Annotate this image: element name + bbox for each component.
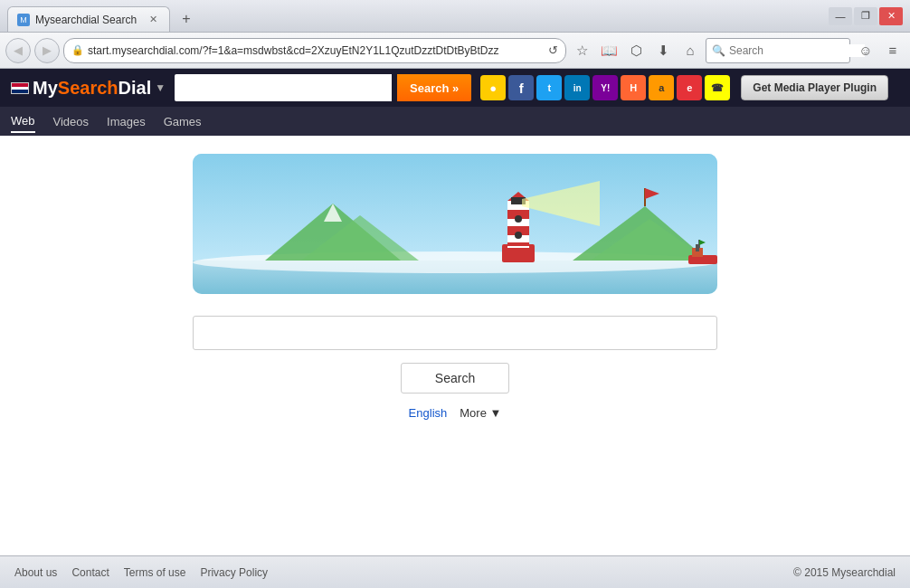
address-bar[interactable]: 🔒 start.mysearchdial.com/?f=1&a=msdwbst&… [63, 38, 566, 63]
social-icon-facebook[interactable]: f [508, 75, 534, 100]
get-plugin-button[interactable]: Get Media Player Plugin [741, 75, 888, 100]
svg-rect-24 [696, 244, 699, 251]
social-icon-amazon[interactable]: a [649, 75, 674, 100]
nav-search-input[interactable] [729, 44, 865, 57]
footer-contact-link[interactable]: Contact [71, 566, 109, 579]
footer: About us Contact Terms of use Privacy Po… [0, 555, 910, 588]
maximize-button[interactable]: ❐ [854, 7, 877, 25]
svg-point-19 [515, 232, 522, 239]
profile-icon[interactable]: ☺ [854, 39, 877, 62]
more-languages-button[interactable]: More ▼ [460, 406, 501, 420]
menu-icon[interactable]: ≡ [881, 39, 905, 62]
footer-copyright: © 2015 Mysearchdial [793, 566, 896, 579]
social-icon-yahoo[interactable]: Y! [592, 75, 618, 100]
address-lock-icon: 🔒 [71, 44, 84, 56]
address-text: start.mysearchdial.com/?f=1&a=msdwbst&cd… [88, 44, 545, 57]
logo-my: My [33, 78, 58, 98]
nav-bar: ◀ ▶ 🔒 start.mysearchdial.com/?f=1&a=msdw… [0, 33, 910, 69]
svg-rect-14 [507, 242, 529, 246]
search-area: Search English More ▼ [193, 316, 717, 420]
forward-button[interactable]: ▶ [34, 38, 60, 63]
logo: MySearchDial [33, 78, 151, 99]
nav-search-bar[interactable]: 🔍 [706, 38, 850, 63]
logo-search: Search [58, 78, 118, 98]
logo-area: MySearchDial ▼ [11, 78, 166, 99]
nav-search-icon: 🔍 [712, 44, 725, 57]
tab-close-button[interactable]: ✕ [146, 13, 160, 27]
tab-favicon: M [17, 14, 30, 26]
english-language-link[interactable]: English [409, 406, 448, 420]
footer-links: About us Contact Terms of use Privacy Po… [14, 566, 268, 579]
new-tab-button[interactable]: + [174, 6, 199, 32]
social-icon-twitter[interactable]: t [536, 75, 562, 100]
social-icon-pacman[interactable]: ● [480, 75, 506, 100]
toolbar: MySearchDial ▼ Search » ● f t in Y! H a … [0, 69, 910, 107]
nav-icons: ☆ 📖 ⬡ ⬇ ⌂ [570, 39, 702, 62]
minimize-button[interactable]: — [829, 7, 852, 25]
logo-dial: Dial [118, 78, 152, 98]
bookmark-icon[interactable]: ☆ [570, 39, 593, 62]
tab-videos[interactable]: Videos [53, 111, 90, 132]
window-controls: — ❐ ✕ [829, 7, 903, 25]
social-icons-container: ● f t in Y! H a e ☎ [480, 75, 730, 100]
tab-games[interactable]: Games [164, 111, 202, 132]
language-area: English More ▼ [409, 406, 502, 420]
pocket-icon[interactable]: ⬡ [624, 39, 648, 62]
flag-icon [11, 82, 29, 94]
refresh-button[interactable]: ↺ [548, 43, 558, 57]
tab-images[interactable]: Images [107, 111, 146, 132]
social-icon-yell[interactable]: ☎ [705, 75, 730, 100]
nav-tabs: Web Videos Images Games [0, 107, 910, 136]
footer-privacy-link[interactable]: Privacy Policy [200, 566, 268, 579]
tab-bar: M Mysearchdial Search ✕ + [7, 0, 829, 32]
footer-terms-link[interactable]: Terms of use [124, 566, 186, 579]
logo-dropdown-arrow[interactable]: ▼ [155, 81, 166, 94]
hero-image [193, 154, 717, 294]
main-search-input[interactable] [193, 316, 717, 350]
main-content: Search English More ▼ [0, 136, 910, 429]
social-icon-ebay[interactable]: e [677, 75, 702, 100]
title-bar: M Mysearchdial Search ✕ + — ❐ ✕ [0, 0, 910, 33]
active-tab[interactable]: M Mysearchdial Search ✕ [7, 6, 170, 32]
svg-rect-11 [507, 201, 529, 248]
close-button[interactable]: ✕ [879, 7, 903, 25]
tab-web[interactable]: Web [11, 110, 35, 133]
hero-svg [193, 154, 717, 294]
footer-about-link[interactable]: About us [14, 566, 57, 579]
more-dropdown-arrow: ▼ [490, 406, 502, 420]
home-icon[interactable]: ⌂ [678, 39, 702, 62]
toolbar-search-button[interactable]: Search » [397, 74, 471, 101]
reading-icon[interactable]: 📖 [597, 39, 621, 62]
back-button[interactable]: ◀ [5, 38, 31, 63]
social-icon-hotmail[interactable]: H [621, 75, 646, 100]
download-icon[interactable]: ⬇ [651, 39, 675, 62]
svg-point-18 [515, 215, 522, 223]
social-icon-linkedin[interactable]: in [564, 75, 590, 100]
toolbar-search-input[interactable] [175, 74, 392, 101]
tab-title: Mysearchdial Search [35, 14, 137, 26]
main-search-button[interactable]: Search [401, 363, 509, 394]
